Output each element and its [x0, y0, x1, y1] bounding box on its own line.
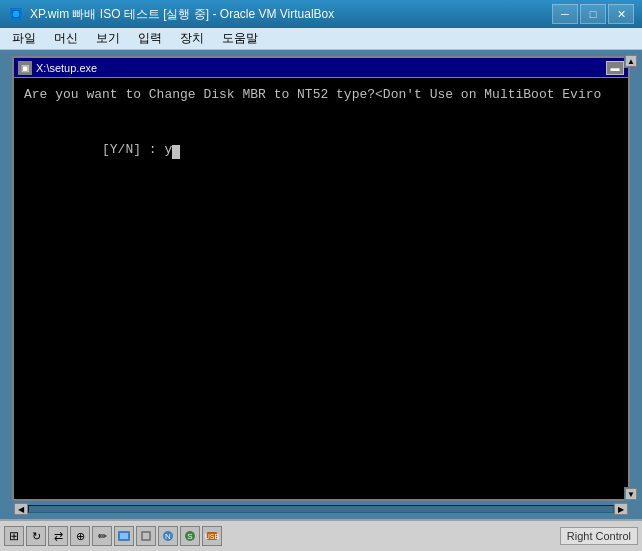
svg-text:S: S: [187, 532, 192, 541]
svg-text:USB: USB: [205, 533, 219, 540]
status-icon-3[interactable]: ⇄: [48, 526, 68, 546]
menu-file[interactable]: 파일: [4, 28, 44, 49]
status-icon-4[interactable]: ⊕: [70, 526, 90, 546]
inner-title-left: ▣ X:\setup.exe: [18, 61, 97, 75]
minimize-button[interactable]: ─: [552, 4, 578, 24]
inner-window-title: X:\setup.exe: [36, 62, 97, 74]
status-icon-2[interactable]: ↻: [26, 526, 46, 546]
menu-help[interactable]: 도움말: [214, 28, 266, 49]
menu-input[interactable]: 입력: [130, 28, 170, 49]
status-bar-right: Right Control: [560, 527, 638, 545]
status-icon-8[interactable]: N: [158, 526, 178, 546]
vm-area: ▲ ▣ X:\setup.exe ▬ Are you want to Chang…: [0, 50, 642, 519]
svg-rect-4: [120, 533, 128, 539]
window-title: XP.wim 빠배 ISO 테스트 [실행 중] - Oracle VM Vir…: [30, 6, 334, 23]
scroll-right-arrow[interactable]: ▶: [614, 503, 628, 515]
svg-rect-2: [13, 11, 19, 17]
title-bar-controls: ─ □ ✕: [552, 4, 634, 24]
title-bar: XP.wim 빠배 ISO 테스트 [실행 중] - Oracle VM Vir…: [0, 0, 642, 28]
menu-devices[interactable]: 장치: [172, 28, 212, 49]
inner-restore-btn[interactable]: ▬: [606, 61, 624, 75]
svg-rect-6: [143, 533, 149, 539]
status-bar: ⊞ ↻ ⇄ ⊕ ✏ N S: [0, 519, 642, 551]
svg-text:N: N: [165, 532, 171, 541]
menu-bar: 파일 머신 보기 입력 장치 도움말: [0, 28, 642, 50]
close-button[interactable]: ✕: [608, 4, 634, 24]
status-icon-1[interactable]: ⊞: [4, 526, 24, 546]
title-bar-left: XP.wim 빠배 ISO 테스트 [실행 중] - Oracle VM Vir…: [8, 6, 334, 23]
cursor-blink: [172, 145, 180, 159]
terminal-line-2: [24, 104, 618, 122]
scrollbar-track[interactable]: [28, 505, 614, 513]
horizontal-scrollbar[interactable]: ◀ ▶: [12, 503, 630, 515]
status-icon-10[interactable]: USB: [202, 526, 222, 546]
status-icon-6[interactable]: [114, 526, 134, 546]
menu-view[interactable]: 보기: [88, 28, 128, 49]
status-icon-5[interactable]: ✏: [92, 526, 112, 546]
virtualbox-icon: [8, 6, 24, 22]
scroll-down-arrow[interactable]: ▼: [625, 488, 637, 500]
right-control-label: Right Control: [560, 527, 638, 545]
status-bar-left: ⊞ ↻ ⇄ ⊕ ✏ N S: [4, 526, 222, 546]
terminal-line-1: Are you want to Change Disk MBR to NT52 …: [24, 86, 618, 104]
status-icon-7[interactable]: [136, 526, 156, 546]
status-icon-9[interactable]: S: [180, 526, 200, 546]
inner-title-bar: ▣ X:\setup.exe ▬: [14, 58, 628, 78]
scroll-left-arrow[interactable]: ◀: [14, 503, 28, 515]
inner-window-icon: ▣: [18, 61, 32, 75]
terminal-line-3: [Y/N] : y: [24, 122, 618, 177]
menu-machine[interactable]: 머신: [46, 28, 86, 49]
terminal[interactable]: Are you want to Change Disk MBR to NT52 …: [14, 78, 628, 499]
inner-window: ▣ X:\setup.exe ▬ Are you want to Change …: [12, 56, 630, 501]
scroll-up-arrow[interactable]: ▲: [625, 55, 637, 67]
maximize-button[interactable]: □: [580, 4, 606, 24]
